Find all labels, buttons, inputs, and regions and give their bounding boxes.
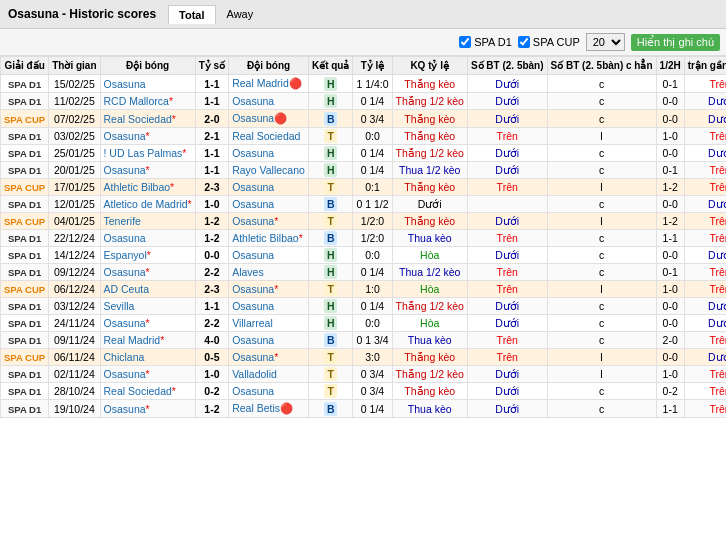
col-odds: Tỷ lệ xyxy=(353,57,392,75)
table-row[interactable]: SPA CUP07/02/25Real Sociedad*2-0Osasuna🔴… xyxy=(1,110,727,128)
col-so5: Số BT (2. 5bàn) xyxy=(467,57,547,75)
col-date: Thời gian xyxy=(49,57,100,75)
highlight-button[interactable]: Hiển thị ghi chú xyxy=(631,34,720,51)
table-row[interactable]: SPA D112/01/25Atletico de Madrid*1-0Osas… xyxy=(1,196,727,213)
scores-table: Giải đấu Thời gian Đội bóng Tỷ số Đội bó… xyxy=(0,56,726,418)
table-row[interactable]: SPA D114/12/24Espanyol*0-0OsasunaH0:0Hòa… xyxy=(1,247,727,264)
table-row[interactable]: SPA D125/01/25! UD Las Palmas*1-1Osasuna… xyxy=(1,145,727,162)
table-row[interactable]: SPA CUP06/11/24Chiclana0-5Osasuna*T3:0Th… xyxy=(1,349,727,366)
table-row[interactable]: SPA D109/12/24Osasuna*2-2AlavesH0 1/4Thu… xyxy=(1,264,727,281)
count-select[interactable]: 10 15 20 25 30 xyxy=(586,33,625,51)
col-league: Giải đấu xyxy=(1,57,49,75)
spa-d1-filter[interactable]: SPA D1 xyxy=(459,36,512,48)
table-row[interactable]: SPA CUP17/01/25Athletic Bilbao*2-3Osasun… xyxy=(1,179,727,196)
table-row[interactable]: SPA D115/02/25Osasuna1-1Real Madrid🔴H1 1… xyxy=(1,75,727,93)
table-row[interactable]: SPA D119/10/24Osasuna*1-2Real Betis🔴B0 1… xyxy=(1,400,727,418)
tab-total[interactable]: Total xyxy=(168,5,215,24)
table-row[interactable]: SPA D103/02/25Osasuna*2-1Real SociedadT0… xyxy=(1,128,727,145)
col-home: Đội bóng xyxy=(100,57,195,75)
col-recent: trận gần nhất xyxy=(684,57,726,75)
table-row[interactable]: SPA D103/12/24Sevilla1-1OsasunaH0 1/4Thắ… xyxy=(1,298,727,315)
table-row[interactable]: SPA D102/11/24Osasuna*1-0ValladolidT0 3/… xyxy=(1,366,727,383)
filter-bar: SPA D1 SPA CUP 10 15 20 25 30 Hiển thị g… xyxy=(0,29,726,56)
table-row[interactable]: SPA D109/11/24Real Madrid*4-0OsasunaB0 1… xyxy=(1,332,727,349)
col-sobt: Số BT (2. 5bàn) c hẳn xyxy=(547,57,656,75)
table-row[interactable]: SPA D120/01/25Osasuna*1-1Rayo VallecanoH… xyxy=(1,162,727,179)
table-row[interactable]: SPA D128/10/24Real Sociedad*0-2OsasunaT0… xyxy=(1,383,727,400)
col-half: 1/2H xyxy=(656,57,684,75)
col-away: Đội bóng xyxy=(229,57,309,75)
header: Osasuna - Historic scores Total Away xyxy=(0,0,726,29)
table-row[interactable]: SPA D122/12/24Osasuna1-2Athletic Bilbao*… xyxy=(1,230,727,247)
header-title: Osasuna - Historic scores xyxy=(8,7,156,21)
table-row[interactable]: SPA D124/11/24Osasuna*2-2VillarrealH0:0H… xyxy=(1,315,727,332)
col-score: Tỷ số xyxy=(195,57,228,75)
col-kq-odds: KQ tỷ lệ xyxy=(392,57,467,75)
col-result: Kết quả xyxy=(308,57,353,75)
table-row[interactable]: SPA CUP06/12/24AD Ceuta2-3Osasuna*T1:0Hò… xyxy=(1,281,727,298)
table-row[interactable]: SPA CUP04/01/25Tenerife1-2Osasuna*T1/2:0… xyxy=(1,213,727,230)
table-row[interactable]: SPA D111/02/25RCD Mallorca*1-1OsasunaH0 … xyxy=(1,93,727,110)
spa-cup-filter[interactable]: SPA CUP xyxy=(518,36,580,48)
tab-away[interactable]: Away xyxy=(216,4,265,24)
